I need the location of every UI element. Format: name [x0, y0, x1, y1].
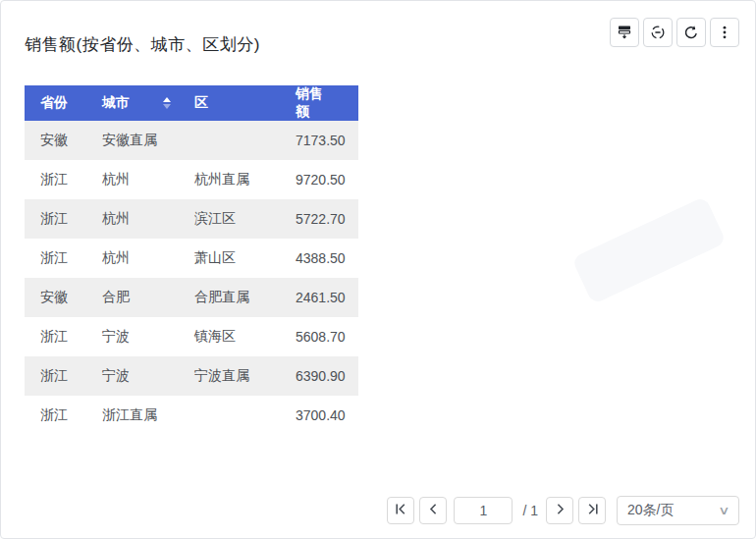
cell-city: 杭州: [102, 210, 194, 228]
chevron-down-icon: ∨: [718, 504, 729, 517]
table-row: 安徽 合肥 合肥直属 2461.50: [25, 278, 358, 317]
refresh-button[interactable]: [676, 18, 706, 47]
prev-page-button[interactable]: [419, 497, 447, 524]
cell-city: 合肥: [102, 289, 194, 306]
table-row: 浙江 杭州 杭州直属 9720.50: [25, 160, 358, 199]
cell-sales: 6390.90: [296, 368, 346, 384]
watermark: [571, 196, 727, 305]
cell-province: 浙江: [40, 210, 102, 228]
table-row: 浙江 杭州 滨江区 5722.70: [25, 199, 358, 239]
last-page-button[interactable]: [578, 497, 606, 524]
sort-desc-arrow: [163, 104, 171, 109]
page-size-select[interactable]: 20条/页 ∨: [617, 496, 739, 525]
cell-province: 浙江: [40, 406, 102, 424]
last-page-icon: [586, 503, 599, 518]
cell-district: 滨江区: [194, 210, 296, 228]
table-row: 浙江 杭州 萧山区 4388.50: [25, 239, 358, 278]
table-row: 浙江 浙江直属 3700.40: [25, 396, 358, 435]
cell-city: 安徽直属: [102, 132, 194, 149]
first-page-icon: [395, 503, 407, 518]
cell-district: 杭州直属: [194, 171, 296, 189]
cell-city: 杭州: [102, 249, 194, 267]
col-header-city-label: 城市: [102, 94, 130, 112]
sort-asc-arrow: [163, 97, 171, 102]
sync-icon: [650, 25, 666, 40]
table-row: 浙江 宁波 宁波直属 6390.90: [25, 356, 358, 396]
view-card: 销售额(按省份、城市、区划分): [0, 0, 756, 539]
sales-table: 省份 城市 区 销售额 安徽 安徽直属 7173.50 浙江 杭州 杭州直属 9…: [25, 85, 358, 435]
cell-district: 镇海区: [194, 328, 296, 346]
cell-city: 浙江直属: [102, 406, 194, 424]
table-row: 安徽 安徽直属 7173.50: [25, 121, 358, 160]
cell-province: 浙江: [40, 171, 102, 189]
toolbar: [610, 18, 739, 47]
more-button[interactable]: [710, 18, 739, 47]
sync-button[interactable]: [643, 18, 673, 47]
cell-city: 宁波: [102, 328, 194, 346]
export-button[interactable]: [610, 18, 639, 47]
cell-province: 浙江: [40, 328, 102, 346]
cell-province: 安徽: [40, 132, 102, 149]
cell-province: 安徽: [40, 289, 102, 306]
cell-province: 浙江: [40, 367, 102, 385]
refresh-icon: [683, 25, 699, 40]
cell-sales: 7173.50: [296, 133, 346, 148]
cell-sales: 5608.70: [296, 329, 346, 345]
cell-province: 浙江: [40, 249, 102, 267]
table-header-row: 省份 城市 区 销售额: [25, 85, 358, 121]
page-size-value: 20条/页: [627, 502, 674, 519]
table-row: 浙江 宁波 镇海区 5608.70: [25, 317, 358, 356]
col-header-province: 省份: [40, 94, 102, 112]
cell-city: 宁波: [102, 367, 194, 385]
col-header-sales: 销售额: [296, 85, 335, 121]
cell-sales: 4388.50: [296, 250, 346, 266]
cell-city: 杭州: [102, 171, 194, 189]
chevron-left-icon: [427, 503, 440, 518]
pagination: / 1 20条/页 ∨: [387, 496, 739, 525]
export-icon: [617, 25, 632, 40]
cell-district: 萧山区: [194, 249, 296, 267]
cell-district: 宁波直属: [194, 367, 296, 385]
page-number-input[interactable]: [454, 497, 513, 524]
cell-sales: 5722.70: [296, 211, 346, 227]
page-total-label: / 1: [522, 503, 538, 518]
col-header-city[interactable]: 城市: [102, 94, 194, 112]
chevron-right-icon: [554, 503, 567, 518]
first-page-button[interactable]: [387, 497, 414, 524]
more-vertical-icon: [717, 25, 732, 40]
next-page-button[interactable]: [546, 497, 573, 524]
page-title: 销售额(按省份、城市、区划分): [25, 33, 260, 56]
cell-sales: 2461.50: [296, 290, 346, 305]
cell-district: 合肥直属: [194, 289, 296, 306]
cell-sales: 3700.40: [296, 407, 346, 423]
sort-icon[interactable]: [163, 97, 171, 109]
cell-sales: 9720.50: [296, 172, 346, 188]
col-header-district: 区: [194, 94, 296, 112]
